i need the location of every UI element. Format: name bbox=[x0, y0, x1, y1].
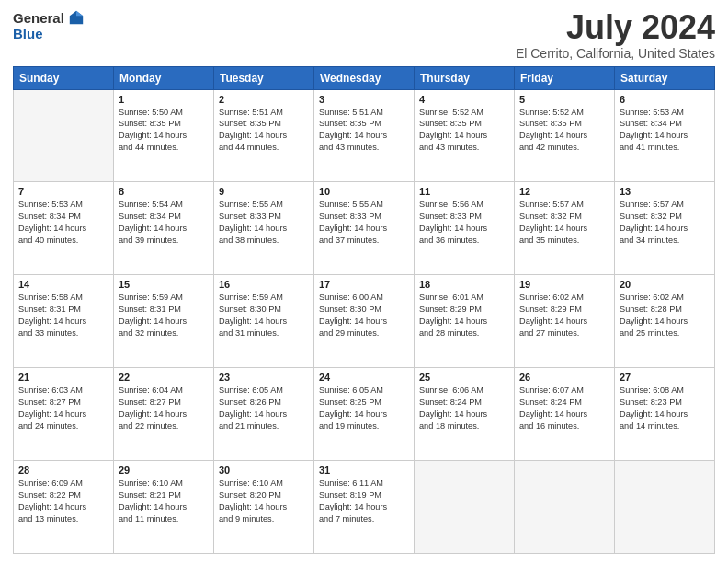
day-info: Sunrise: 5:57 AMSunset: 8:32 PMDaylight:… bbox=[620, 199, 710, 247]
day-number: 12 bbox=[519, 186, 609, 197]
day-number: 31 bbox=[319, 465, 409, 476]
header-tuesday: Tuesday bbox=[214, 66, 314, 89]
day-number: 10 bbox=[319, 186, 409, 197]
day-number: 4 bbox=[419, 94, 509, 105]
day-number: 17 bbox=[319, 279, 409, 290]
calendar-cell: 12Sunrise: 5:57 AMSunset: 8:32 PMDayligh… bbox=[515, 182, 615, 275]
calendar-cell: 7Sunrise: 5:53 AMSunset: 8:34 PMDaylight… bbox=[14, 182, 114, 275]
calendar-cell: 21Sunrise: 6:03 AMSunset: 8:27 PMDayligh… bbox=[14, 368, 114, 461]
day-number: 11 bbox=[419, 186, 509, 197]
day-info: Sunrise: 5:51 AMSunset: 8:35 PMDaylight:… bbox=[319, 107, 409, 155]
day-number: 25 bbox=[419, 372, 509, 383]
logo-icon bbox=[68, 9, 85, 26]
calendar-header-row: Sunday Monday Tuesday Wednesday Thursday… bbox=[14, 66, 715, 89]
calendar-cell: 30Sunrise: 6:10 AMSunset: 8:20 PMDayligh… bbox=[214, 461, 314, 554]
day-info: Sunrise: 6:03 AMSunset: 8:27 PMDaylight:… bbox=[18, 385, 108, 432]
calendar-cell: 31Sunrise: 6:11 AMSunset: 8:19 PMDayligh… bbox=[314, 461, 415, 554]
title-section: July 2024 El Cerrito, California, United… bbox=[516, 9, 715, 61]
header-monday: Monday bbox=[114, 66, 214, 89]
calendar-cell: 3Sunrise: 5:51 AMSunset: 8:35 PMDaylight… bbox=[314, 89, 415, 182]
day-info: Sunrise: 6:08 AMSunset: 8:23 PMDaylight:… bbox=[620, 385, 710, 432]
day-info: Sunrise: 5:53 AMSunset: 8:34 PMDaylight:… bbox=[620, 107, 710, 155]
calendar-table: Sunday Monday Tuesday Wednesday Thursday… bbox=[13, 66, 715, 554]
day-info: Sunrise: 6:02 AMSunset: 8:29 PMDaylight:… bbox=[519, 292, 609, 339]
day-number: 24 bbox=[319, 372, 409, 383]
day-info: Sunrise: 6:00 AMSunset: 8:30 PMDaylight:… bbox=[319, 292, 409, 339]
header-friday: Friday bbox=[515, 66, 615, 89]
day-number: 21 bbox=[18, 372, 108, 383]
day-info: Sunrise: 5:56 AMSunset: 8:33 PMDaylight:… bbox=[419, 199, 509, 247]
calendar-cell: 28Sunrise: 6:09 AMSunset: 8:22 PMDayligh… bbox=[14, 461, 114, 554]
day-number: 3 bbox=[319, 94, 409, 105]
day-info: Sunrise: 6:10 AMSunset: 8:20 PMDaylight:… bbox=[219, 477, 309, 525]
calendar-cell: 17Sunrise: 6:00 AMSunset: 8:30 PMDayligh… bbox=[314, 275, 415, 368]
day-info: Sunrise: 6:05 AMSunset: 8:25 PMDaylight:… bbox=[319, 385, 409, 432]
calendar-cell: 8Sunrise: 5:54 AMSunset: 8:34 PMDaylight… bbox=[114, 182, 214, 275]
calendar-cell: 25Sunrise: 6:06 AMSunset: 8:24 PMDayligh… bbox=[415, 368, 515, 461]
calendar-cell: 2Sunrise: 5:51 AMSunset: 8:35 PMDaylight… bbox=[214, 89, 314, 182]
logo-blue-text: Blue bbox=[13, 26, 43, 41]
day-info: Sunrise: 6:09 AMSunset: 8:22 PMDaylight:… bbox=[18, 477, 108, 525]
day-info: Sunrise: 5:55 AMSunset: 8:33 PMDaylight:… bbox=[219, 199, 309, 247]
calendar-cell bbox=[615, 461, 715, 554]
day-number: 8 bbox=[119, 186, 209, 197]
header-wednesday: Wednesday bbox=[314, 66, 415, 89]
logo: General Blue bbox=[13, 9, 85, 41]
day-info: Sunrise: 5:52 AMSunset: 8:35 PMDaylight:… bbox=[419, 107, 509, 155]
header-thursday: Thursday bbox=[415, 66, 515, 89]
day-info: Sunrise: 6:04 AMSunset: 8:27 PMDaylight:… bbox=[119, 385, 209, 432]
day-number: 14 bbox=[18, 279, 108, 290]
calendar-cell bbox=[14, 89, 114, 182]
calendar-week-row: 7Sunrise: 5:53 AMSunset: 8:34 PMDaylight… bbox=[14, 182, 715, 275]
day-number: 20 bbox=[620, 279, 710, 290]
day-info: Sunrise: 6:05 AMSunset: 8:26 PMDaylight:… bbox=[219, 385, 309, 432]
calendar-cell: 11Sunrise: 5:56 AMSunset: 8:33 PMDayligh… bbox=[415, 182, 515, 275]
calendar-cell: 4Sunrise: 5:52 AMSunset: 8:35 PMDaylight… bbox=[415, 89, 515, 182]
day-info: Sunrise: 6:01 AMSunset: 8:29 PMDaylight:… bbox=[419, 292, 509, 339]
day-info: Sunrise: 5:52 AMSunset: 8:35 PMDaylight:… bbox=[519, 107, 609, 155]
calendar-cell: 13Sunrise: 5:57 AMSunset: 8:32 PMDayligh… bbox=[615, 182, 715, 275]
day-number: 26 bbox=[519, 372, 609, 383]
day-number: 18 bbox=[419, 279, 509, 290]
day-info: Sunrise: 5:50 AMSunset: 8:35 PMDaylight:… bbox=[119, 107, 209, 155]
day-info: Sunrise: 5:51 AMSunset: 8:35 PMDaylight:… bbox=[219, 107, 309, 155]
calendar-cell: 20Sunrise: 6:02 AMSunset: 8:28 PMDayligh… bbox=[615, 275, 715, 368]
day-number: 9 bbox=[219, 186, 309, 197]
day-number: 1 bbox=[119, 94, 209, 105]
calendar-week-row: 14Sunrise: 5:58 AMSunset: 8:31 PMDayligh… bbox=[14, 275, 715, 368]
calendar-cell: 10Sunrise: 5:55 AMSunset: 8:33 PMDayligh… bbox=[314, 182, 415, 275]
calendar-cell: 24Sunrise: 6:05 AMSunset: 8:25 PMDayligh… bbox=[314, 368, 415, 461]
day-number: 7 bbox=[18, 186, 108, 197]
calendar-week-row: 21Sunrise: 6:03 AMSunset: 8:27 PMDayligh… bbox=[14, 368, 715, 461]
day-info: Sunrise: 5:54 AMSunset: 8:34 PMDaylight:… bbox=[119, 199, 209, 247]
day-number: 5 bbox=[519, 94, 609, 105]
calendar-week-row: 1Sunrise: 5:50 AMSunset: 8:35 PMDaylight… bbox=[14, 89, 715, 182]
day-info: Sunrise: 5:58 AMSunset: 8:31 PMDaylight:… bbox=[18, 292, 108, 339]
calendar-cell: 1Sunrise: 5:50 AMSunset: 8:35 PMDaylight… bbox=[114, 89, 214, 182]
logo-general-text: General bbox=[13, 10, 64, 26]
calendar-cell: 6Sunrise: 5:53 AMSunset: 8:34 PMDaylight… bbox=[615, 89, 715, 182]
calendar-cell: 26Sunrise: 6:07 AMSunset: 8:24 PMDayligh… bbox=[515, 368, 615, 461]
day-info: Sunrise: 5:57 AMSunset: 8:32 PMDaylight:… bbox=[519, 199, 609, 247]
calendar-cell: 23Sunrise: 6:05 AMSunset: 8:26 PMDayligh… bbox=[214, 368, 314, 461]
main-title: July 2024 bbox=[516, 9, 715, 46]
subtitle: El Cerrito, California, United States bbox=[516, 46, 715, 61]
day-number: 15 bbox=[119, 279, 209, 290]
day-info: Sunrise: 5:55 AMSunset: 8:33 PMDaylight:… bbox=[319, 199, 409, 247]
day-info: Sunrise: 6:10 AMSunset: 8:21 PMDaylight:… bbox=[119, 477, 209, 525]
day-info: Sunrise: 5:59 AMSunset: 8:30 PMDaylight:… bbox=[219, 292, 309, 339]
day-number: 23 bbox=[219, 372, 309, 383]
svg-marker-1 bbox=[76, 11, 83, 16]
day-number: 16 bbox=[219, 279, 309, 290]
calendar-cell: 29Sunrise: 6:10 AMSunset: 8:21 PMDayligh… bbox=[114, 461, 214, 554]
day-number: 29 bbox=[119, 465, 209, 476]
day-number: 30 bbox=[219, 465, 309, 476]
day-info: Sunrise: 6:02 AMSunset: 8:28 PMDaylight:… bbox=[620, 292, 710, 339]
day-info: Sunrise: 5:59 AMSunset: 8:31 PMDaylight:… bbox=[119, 292, 209, 339]
day-info: Sunrise: 6:07 AMSunset: 8:24 PMDaylight:… bbox=[519, 385, 609, 432]
day-number: 13 bbox=[620, 186, 710, 197]
calendar-cell: 22Sunrise: 6:04 AMSunset: 8:27 PMDayligh… bbox=[114, 368, 214, 461]
day-number: 22 bbox=[119, 372, 209, 383]
day-number: 27 bbox=[620, 372, 710, 383]
header-saturday: Saturday bbox=[615, 66, 715, 89]
